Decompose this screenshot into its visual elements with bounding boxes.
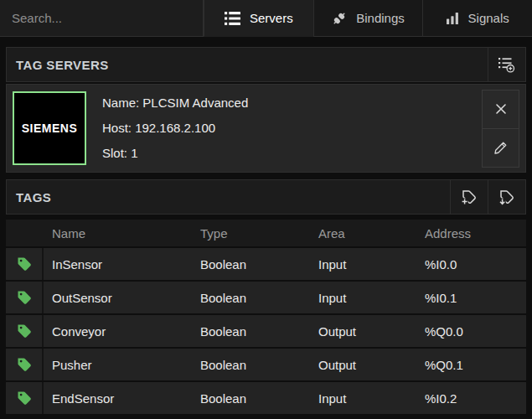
import-tags-button[interactable] xyxy=(488,180,525,214)
cell-area: Input xyxy=(310,291,416,305)
cell-area: Input xyxy=(310,391,416,406)
tag-icon xyxy=(6,349,44,380)
tags-table-header: Name Type Area Address xyxy=(6,220,526,246)
pencil-icon xyxy=(493,141,508,155)
server-actions xyxy=(482,90,519,168)
siemens-logo: SIEMENS xyxy=(13,91,86,165)
tag-arrow-down-icon xyxy=(498,189,515,205)
bar-chart-icon xyxy=(447,12,459,24)
tab-bindings[interactable]: Bindings xyxy=(313,0,423,37)
column-header-name: Name xyxy=(44,226,192,241)
tab-servers[interactable]: Servers xyxy=(204,0,313,37)
cell-name: InSensor xyxy=(44,257,192,272)
server-card[interactable]: SIEMENS Name: PLCSIM Advanced Host: 192.… xyxy=(6,84,526,173)
plug-icon xyxy=(332,11,347,26)
add-tag-button[interactable] xyxy=(450,180,488,214)
server-info: Name: PLCSIM Advanced Host: 192.168.2.10… xyxy=(102,91,482,166)
cell-address: %I0.1 xyxy=(416,291,526,305)
cell-area: Input xyxy=(310,257,416,272)
tag-icon xyxy=(6,382,44,414)
tab-label: Signals xyxy=(468,11,509,25)
cell-type: Boolean xyxy=(192,257,310,272)
table-row[interactable]: OutSensor Boolean Input %I0.1 xyxy=(6,282,526,313)
tag-servers-header: TAG SERVERS xyxy=(6,47,526,82)
cell-type: Boolean xyxy=(192,291,310,305)
remove-server-button[interactable] xyxy=(483,91,519,128)
cell-area: Output xyxy=(310,358,416,372)
tags-header: TAGS xyxy=(6,179,526,215)
top-bar: Servers Bindings xyxy=(0,0,532,37)
cell-address: %Q0.0 xyxy=(416,324,526,339)
edit-server-button[interactable] xyxy=(483,128,519,167)
add-server-icon xyxy=(498,57,515,73)
tag-servers-title: TAG SERVERS xyxy=(7,58,488,72)
server-list-icon xyxy=(225,12,240,25)
tab-label: Servers xyxy=(250,11,293,25)
column-header-type: Type xyxy=(192,226,310,241)
cell-address: %I0.2 xyxy=(416,391,526,406)
close-icon xyxy=(495,103,507,115)
cell-address: %Q0.1 xyxy=(416,358,526,372)
table-row[interactable]: Pusher Boolean Output %Q0.1 xyxy=(6,349,526,380)
cell-type: Boolean xyxy=(192,391,310,406)
cell-address: %I0.0 xyxy=(416,257,526,272)
cell-name: OutSensor xyxy=(44,291,192,305)
tag-icon xyxy=(6,315,44,347)
tags-table-body: InSensor Boolean Input %I0.0 OutSensor B… xyxy=(6,248,526,414)
cell-name: Conveyor xyxy=(44,324,192,339)
column-header-address: Address xyxy=(416,226,526,241)
search-box[interactable] xyxy=(0,0,204,37)
tab-signals[interactable]: Signals xyxy=(422,0,532,37)
table-row[interactable]: EndSensor Boolean Input %I0.2 xyxy=(6,382,526,414)
tab-label: Bindings xyxy=(356,11,405,25)
search-input[interactable] xyxy=(0,11,203,25)
siemens-logo-text: SIEMENS xyxy=(22,122,78,135)
tags-title: TAGS xyxy=(7,190,450,204)
cell-name: Pusher xyxy=(44,358,192,372)
add-server-button[interactable] xyxy=(488,48,525,81)
cell-type: Boolean xyxy=(192,358,310,372)
tag-icon xyxy=(6,282,44,313)
tag-icon xyxy=(6,248,44,280)
table-row[interactable]: InSensor Boolean Input %I0.0 xyxy=(6,248,526,280)
table-row[interactable]: Conveyor Boolean Output %Q0.0 xyxy=(6,315,526,347)
server-name-line: Name: PLCSIM Advanced xyxy=(102,91,482,116)
column-header-area: Area xyxy=(310,226,416,241)
cell-type: Boolean xyxy=(192,324,310,339)
server-slot-line: Slot: 1 xyxy=(102,141,482,166)
server-host-line: Host: 192.168.2.100 xyxy=(102,116,482,141)
tag-plus-icon xyxy=(461,189,478,205)
tab-bar: Servers Bindings xyxy=(204,0,532,37)
cell-name: EndSensor xyxy=(44,391,192,406)
cell-area: Output xyxy=(310,324,416,339)
